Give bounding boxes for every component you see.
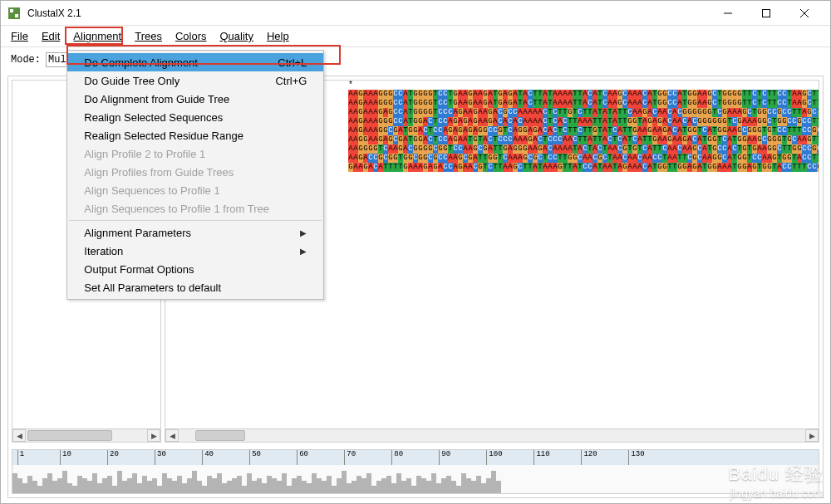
histogram-bar [496,481,501,493]
sequence-row: AAGAAAGAGCCATGGGGTCCCAGAAGAAGACGCCAAAAAC… [348,108,819,117]
sequence-row: AAGACCGCGGTGGCGGCGCCAAGCGATTGGTCAAAGCGCT… [348,154,819,163]
ruler-tick: 60 [297,450,308,465]
dropdown-item[interactable]: Realign Selected Residue Range [67,126,323,144]
dropdown-item-label: Realign Selected Sequences [84,111,307,124]
ruler-tick: 70 [344,450,356,465]
ruler-tick: 110 [534,450,549,465]
sequence-row: AAGGAAGAGCGATGGACTCCAGAATGTACTCCCAAAGACT… [348,135,819,144]
svg-line-5 [800,9,809,17]
dropdown-item-label: Do Alignment from Guide Tree [84,93,307,105]
menu-quality-label: Quality [220,30,253,42]
dropdown-item-label: Output Format Options [84,263,307,276]
dropdown-item[interactable]: Do Alignment from Guide Tree [67,90,323,108]
submenu-arrow-icon: ▶ [300,228,307,237]
dropdown-item-label: Align Sequences to Profile 1 [84,184,307,197]
ruler-tick: 20 [107,450,119,465]
dropdown-item-label: Do Guide Tree Only [84,75,255,87]
watermark: Baidu 经验 jingyan.baidu.com [729,462,824,500]
scroll-thumb[interactable] [27,430,112,441]
window-controls [709,1,824,26]
dropdown-item-shortcut: Ctrl+G [275,75,307,87]
sequence-row: AAGGGGTCAAGACGGGGCGGTCCAAGCGATTGAGGGAAGA… [348,144,819,154]
minimize-button[interactable] [709,1,747,26]
dropdown-item: Align Profile 2 to Profile 1 [67,144,323,163]
scroll-track[interactable] [179,429,805,442]
ruler-tick: 40 [202,450,214,465]
dropdown-item-label: Realign Selected Residue Range [84,130,307,142]
app-window: ClustalX 2.1 File Edit Alignment Do Comp… [0,0,831,504]
scroll-track[interactable] [26,429,147,442]
dropdown-item-label: Iteration [84,245,300,257]
dropdown-item-label: Align Sequences to Profile 1 from Tree [84,203,307,215]
ruler-tick: 30 [155,450,166,465]
ruler-tick: 1 [17,450,24,465]
sequence-row: AAGAAAGGGCCATGGGGTCCTGAAGAAGATGAGATACTTA… [348,90,819,99]
menu-colors-label: Colors [175,30,207,42]
svg-line-6 [800,9,809,17]
close-button[interactable] [785,1,824,26]
dropdown-item[interactable]: Alignment Parameters▶ [67,223,323,242]
sequence-row: AAGAAAGGGCCATGGGGTCCTGAAGAAGATGAGATACTTA… [348,99,819,108]
alignment-dropdown: Do Complete AlignmentCtrl+LDo Guide Tree… [66,50,324,300]
dropdown-item: Align Sequences to Profile 1 from Tree [67,199,323,218]
ruler-tick: 80 [391,450,403,465]
dropdown-item[interactable]: Set All Parameters to default [67,278,323,296]
ruler-tick: 90 [439,450,450,465]
dropdown-item-label: Align Profile 2 to Profile 1 [84,148,307,160]
right-hscrollbar[interactable]: ◀ ▶ [165,428,819,442]
menu-quality[interactable]: Quality [214,27,260,46]
watermark-line2: jingyan.baidu.com [729,487,824,500]
ruler-tick: 100 [486,450,502,465]
ruler-tick: 10 [60,450,71,465]
ruler-tick: 120 [581,450,597,465]
menu-colors[interactable]: Colors [169,27,214,46]
menu-alignment[interactable]: Alignment Do Complete AlignmentCtrl+LDo … [66,27,128,46]
ruler-ticks: 1102030405060708090100110120130 [12,450,819,465]
scroll-right-icon[interactable]: ▶ [147,429,160,442]
app-icon [7,7,21,20]
window-title: ClustalX 2.1 [27,7,709,19]
svg-rect-4 [763,9,770,17]
svg-rect-2 [15,14,18,17]
dropdown-item-label: Align Profiles from Guide Trees [84,166,307,179]
titlebar: ClustalX 2.1 [1,1,830,26]
scroll-left-icon[interactable]: ◀ [165,429,179,442]
quality-histogram [12,465,819,493]
ruler-panel: 1102030405060708090100110120130 [12,449,819,494]
sequence-row: GAAGACATTTTGAAAGAGACCAGAACGTCTTAAGCTTATA… [348,163,819,172]
menu-help[interactable]: Help [260,27,296,46]
dropdown-item-label: Set All Parameters to default [84,281,307,294]
menu-file[interactable]: File [4,27,35,46]
menu-alignment-label: Alignment [73,30,121,42]
submenu-arrow-icon: ▶ [300,247,307,256]
ruler-tick: 50 [249,450,261,465]
menu-trees-label: Trees [135,30,162,42]
dropdown-item-label: Alignment Parameters [84,227,300,239]
scroll-thumb[interactable] [195,430,245,441]
menubar: File Edit Alignment Do Complete Alignmen… [1,26,830,47]
scroll-right-icon[interactable]: ▶ [805,429,819,442]
maximize-button[interactable] [747,1,785,26]
left-hscrollbar[interactable]: ◀ ▶ [12,428,160,442]
dropdown-item-shortcut: Ctrl+L [278,56,307,69]
dropdown-item: Align Profiles from Guide Trees [67,163,323,181]
menu-edit-label: Edit [42,30,60,42]
mode-label: Mode: [11,54,41,66]
menu-edit[interactable]: Edit [35,27,66,46]
menu-trees[interactable]: Trees [128,27,169,46]
dropdown-item: Align Sequences to Profile 1 [67,181,323,199]
dropdown-item[interactable]: Do Complete AlignmentCtrl+L [67,53,323,71]
watermark-line1: Baidu 经验 [729,462,824,487]
menu-file-label: File [11,30,28,42]
dropdown-item[interactable]: Realign Selected Sequences [67,108,323,126]
dropdown-item[interactable]: Output Format Options [67,260,323,278]
menu-help-label: Help [267,30,289,42]
sequence-row: AAGAAAGGGCCATGGACTCCAGAGAGAAGACACACAAAAC… [348,117,819,126]
ruler-tick: 130 [628,450,644,465]
dropdown-item[interactable]: Do Guide Tree OnlyCtrl+G [67,71,323,90]
dropdown-item[interactable]: Iteration▶ [67,242,323,260]
svg-rect-1 [10,9,13,12]
sequence-row: AAGAAAGGCGATGGACTCCAGAGAGAGGCCGTCAGGAGAC… [348,126,819,135]
scroll-left-icon[interactable]: ◀ [12,429,26,442]
dropdown-item-label: Do Complete Alignment [84,56,258,69]
